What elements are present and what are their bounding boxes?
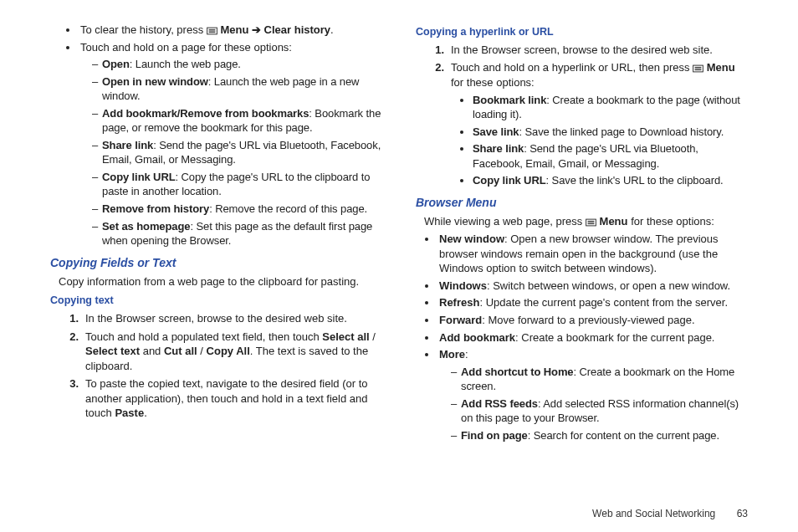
copy-url-steps: In the Browser screen, browse to the des…	[416, 43, 748, 188]
txt: Touch and hold on a page for these optio…	[80, 41, 292, 54]
page-context-options: Open: Launch the web page. Open in new w…	[80, 57, 382, 248]
menu-label: Menu	[600, 215, 628, 228]
opt-add-bookmark: Add bookmark: Create a bookmark for the …	[437, 330, 748, 345]
heading-copy-text: Copying text	[50, 294, 382, 308]
step-2: Touch and hold on a hyperlink or URL, th…	[439, 60, 748, 187]
step-1: In the Browser screen, browse to the des…	[74, 311, 382, 326]
opt-copy-link: Copy link URL: Copy the page's URL to th…	[92, 170, 382, 199]
opt-open: Open: Launch the web page.	[92, 57, 382, 72]
opt-bookmark-toggle: Add bookmark/Remove from bookmarks: Book…	[92, 106, 382, 136]
more-options: Add shortcut to Home: Create a bookmark …	[439, 365, 748, 443]
menu-icon	[693, 64, 703, 73]
opt-add-shortcut: Add shortcut to Home: Create a bookmark …	[451, 365, 748, 394]
browser-menu-intro: While viewing a web page, press Menu for…	[424, 214, 748, 229]
menu-icon	[586, 218, 596, 227]
page-footer: Web and Social Networking 63	[592, 507, 748, 520]
opt-add-rss: Add RSS feeds: Add selected RSS informat…	[451, 396, 748, 426]
heading-copy-fields: Copying Fields or Text	[50, 255, 382, 271]
history-options: To clear the history, press Menu ➔ Clear…	[50, 23, 382, 248]
opt-set-homepage: Set as homepage: Set this page as the de…	[92, 219, 382, 248]
opt-share-link: Share link: Send the page's URL via Blue…	[473, 141, 748, 171]
step-1: In the Browser screen, browse to the des…	[439, 43, 748, 58]
page-columns: To clear the history, press Menu ➔ Clear…	[50, 20, 748, 445]
opt-open-new-window: Open in new window: Launch the web page …	[92, 74, 382, 104]
menu-label: Menu	[707, 61, 735, 74]
arrow-icon: ➔	[252, 23, 261, 36]
opt-refresh: Refresh: Update the current page's conte…	[437, 295, 748, 310]
opt-bookmark-link: Bookmark link: Create a bookmark to the …	[473, 93, 748, 122]
opt-find-on-page: Find on page: Search for content on the …	[451, 428, 748, 443]
menu-label: Menu	[220, 23, 248, 36]
copy-fields-intro: Copy information from a web page to the …	[59, 274, 382, 289]
browser-menu-options: New window: Open a new browser window. T…	[416, 232, 748, 442]
opt-save-link: Save link: Save the linked page to Downl…	[473, 125, 748, 140]
touch-hold-item: Touch and hold on a page for these optio…	[79, 40, 382, 248]
txt: To clear the history, press	[80, 23, 207, 36]
opt-windows: Windows: Switch between windows, or open…	[437, 279, 748, 294]
step-3: To paste the copied text, navigate to th…	[74, 376, 382, 421]
menu-icon	[207, 27, 217, 35]
clear-history-item: To clear the history, press Menu ➔ Clear…	[79, 23, 382, 38]
opt-copy-link: Copy link URL: Save the link's URL to th…	[473, 173, 748, 188]
opt-remove-history: Remove from history: Remove the record o…	[92, 202, 382, 217]
opt-new-window: New window: Open a new browser window. T…	[437, 232, 748, 276]
section-name: Web and Social Networking	[592, 508, 715, 519]
heading-browser-menu: Browser Menu	[416, 195, 748, 211]
right-column: Copying a hyperlink or URL In the Browse…	[416, 20, 748, 445]
step-2: Touch and hold a populated text field, t…	[74, 330, 382, 374]
opt-share-link: Share link: Send the page's URL via Blue…	[92, 138, 382, 167]
opt-forward: Forward: Move forward to a previously-vi…	[437, 313, 748, 328]
page-number: 63	[737, 508, 748, 519]
opt-more: More: Add shortcut to Home: Create a boo…	[437, 347, 748, 442]
url-context-options: Bookmark link: Create a bookmark to the …	[451, 93, 748, 188]
heading-copy-url: Copying a hyperlink or URL	[416, 25, 748, 39]
copy-text-steps: In the Browser screen, browse to the des…	[50, 311, 382, 421]
left-column: To clear the history, press Menu ➔ Clear…	[50, 20, 382, 445]
clear-history-label: Clear history	[264, 23, 330, 36]
